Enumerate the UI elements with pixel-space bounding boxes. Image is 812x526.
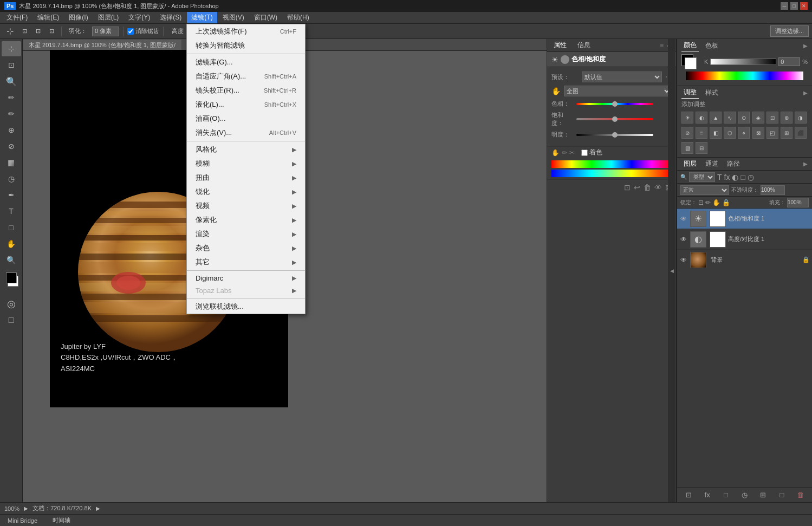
layer-mask-brightness[interactable]: [710, 231, 726, 248]
tool-selection[interactable]: ⊹: [2, 41, 21, 56]
filter-stylize[interactable]: 风格化 ▶: [187, 142, 305, 157]
tool-eyedropper[interactable]: 🔍: [2, 74, 21, 89]
add-mask-btn[interactable]: □: [720, 490, 731, 501]
timeline-tab[interactable]: 时间轴: [49, 515, 74, 525]
layer-row-brightness[interactable]: 👁 ◐ 高度/对比度 1: [677, 229, 812, 250]
delete-layer-btn[interactable]: 🗑: [795, 490, 806, 501]
minimize-button[interactable]: ─: [781, 2, 788, 10]
colorize-checkbox-label[interactable]: 着色: [581, 148, 602, 157]
tool-brush[interactable]: ✏: [2, 106, 21, 121]
adj-solidcolor[interactable]: ⬛: [795, 127, 807, 139]
tool-screen-mode[interactable]: □: [2, 313, 21, 328]
mini-bridge-tab[interactable]: Mini Bridge: [4, 516, 41, 525]
close-button[interactable]: ✕: [800, 2, 808, 10]
adj-vibrance[interactable]: ◈: [752, 112, 764, 124]
color-gradient-bar[interactable]: [686, 72, 803, 80]
filter-adaptive-wide[interactable]: 自适应广角(A)... Shift+Ctrl+A: [187, 69, 305, 83]
adj-grad-fill[interactable]: ▨: [681, 142, 693, 154]
adjustments-tab[interactable]: 调整: [681, 87, 699, 99]
swatches-tab[interactable]: 色板: [703, 40, 720, 51]
menu-layer[interactable]: 图层(L): [94, 12, 124, 23]
styles-tab[interactable]: 样式: [703, 87, 720, 99]
adj-panel-collapse[interactable]: ▶: [803, 90, 808, 96]
layer-type-filter[interactable]: 类型: [689, 172, 715, 182]
layer-eye-brightness[interactable]: 👁: [679, 235, 688, 244]
layer-filter-fx[interactable]: fx: [724, 173, 730, 181]
new-group-btn[interactable]: ⊞: [758, 490, 769, 501]
layers-tab[interactable]: 图层: [681, 158, 699, 170]
filter-oilpaint[interactable]: 油画(O)...: [187, 112, 305, 126]
channels-tab[interactable]: 通道: [703, 158, 720, 170]
prop-footer-reset[interactable]: ↩: [634, 183, 640, 192]
colorize-checkbox[interactable]: [581, 150, 588, 156]
layer-filter-adj[interactable]: ◐: [732, 173, 738, 181]
adj-contrast[interactable]: ◐: [696, 112, 707, 124]
menu-edit[interactable]: 编辑(E): [33, 12, 63, 23]
fill-input[interactable]: [787, 198, 809, 207]
prop-footer-eye[interactable]: 👁: [654, 183, 662, 192]
prop-tool1[interactable]: ✋: [551, 149, 560, 157]
tool-zoom[interactable]: 🔍: [2, 252, 21, 268]
adj-colorbalance[interactable]: ⊕: [781, 112, 792, 124]
lock-move-btn[interactable]: ✋: [712, 199, 720, 206]
k-input[interactable]: 0: [778, 57, 800, 66]
color-tab[interactable]: 颜色: [681, 40, 699, 51]
adj-invert[interactable]: ⬡: [724, 127, 736, 139]
tool-path[interactable]: ✒: [2, 187, 21, 203]
tool-btn3[interactable]: ⊡: [33, 27, 44, 36]
tool-hand[interactable]: ✋: [2, 236, 21, 251]
filter-noise[interactable]: 杂色 ▶: [187, 241, 305, 255]
feather-input[interactable]: [92, 27, 119, 36]
filter-pixelate[interactable]: 像素化 ▶: [187, 213, 305, 227]
color-panel-collapse[interactable]: ▶: [803, 43, 808, 49]
layer-eye-hsl[interactable]: 👁: [679, 215, 688, 223]
filter-sharpen[interactable]: 锐化 ▶: [187, 185, 305, 199]
hue-slider-track[interactable]: [576, 101, 653, 107]
prop-preset-select[interactable]: 默认值: [582, 72, 662, 82]
adj-gradmap[interactable]: ◰: [766, 127, 778, 139]
panel-collapse-strip[interactable]: ◀: [668, 39, 675, 502]
prop-footer-delete[interactable]: 🗑: [644, 183, 651, 192]
tool-dodge[interactable]: ◷: [2, 171, 21, 186]
tool-btn2[interactable]: ⊡: [19, 27, 30, 36]
filter-browse-online[interactable]: 浏览联机滤镜...: [187, 300, 305, 314]
layer-eye-bg[interactable]: 👁: [679, 256, 688, 264]
filter-render[interactable]: 渲染 ▶: [187, 227, 305, 241]
background-swatch[interactable]: [685, 57, 697, 69]
tool-eraser[interactable]: ⊘: [2, 139, 21, 154]
new-adj-btn[interactable]: ◷: [739, 490, 750, 501]
tool-mode-btn[interactable]: ⊹: [3, 25, 17, 37]
prop-tool3[interactable]: ✂: [569, 149, 575, 157]
tool-gradient[interactable]: ▦: [2, 155, 21, 170]
tool-shape[interactable]: □: [2, 220, 21, 235]
menu-filter[interactable]: 滤镜(T): [187, 12, 217, 23]
filter-video[interactable]: 视频 ▶: [187, 199, 305, 213]
menu-file[interactable]: 文件(F): [2, 12, 32, 23]
status-arrow[interactable]: ▶: [96, 505, 100, 511]
adj-selective[interactable]: ⊞: [781, 127, 792, 139]
menu-view[interactable]: 视图(V): [218, 12, 249, 23]
menu-image[interactable]: 图像(I): [64, 12, 92, 23]
prop-tab-info[interactable]: 信息: [575, 40, 593, 51]
layer-mask-hsl[interactable]: [710, 211, 726, 227]
adj-brightness[interactable]: ☀: [681, 112, 693, 124]
maximize-button[interactable]: □: [790, 2, 798, 10]
foreground-background-colors[interactable]: [6, 272, 17, 283]
menu-text[interactable]: 文字(Y): [124, 12, 154, 23]
tool-btn4[interactable]: ⊡: [46, 27, 57, 36]
layer-filter-grp[interactable]: ◷: [748, 173, 754, 181]
adj-threshold[interactable]: ⊠: [752, 127, 764, 139]
add-style-btn[interactable]: fx: [702, 490, 713, 501]
layer-filter-img[interactable]: □: [740, 173, 745, 181]
antialias-checkbox[interactable]: [127, 28, 134, 35]
tool-healing[interactable]: ✏: [2, 90, 21, 105]
opacity-input[interactable]: [761, 185, 785, 195]
filter-distort[interactable]: 扭曲 ▶: [187, 171, 305, 185]
light-slider-track[interactable]: [576, 132, 653, 138]
link-layers-btn[interactable]: ⊡: [683, 490, 694, 501]
menu-window[interactable]: 窗口(W): [250, 12, 282, 23]
lock-draw-btn[interactable]: ✏: [705, 199, 711, 206]
adj-pattern[interactable]: ⊟: [696, 142, 707, 154]
document-tab[interactable]: 木星 2019.7.14.bmp @ 100% (色相/饱和度 1, 图层蒙版/: [23, 40, 181, 50]
prop-tab-properties[interactable]: 属性: [551, 40, 569, 51]
